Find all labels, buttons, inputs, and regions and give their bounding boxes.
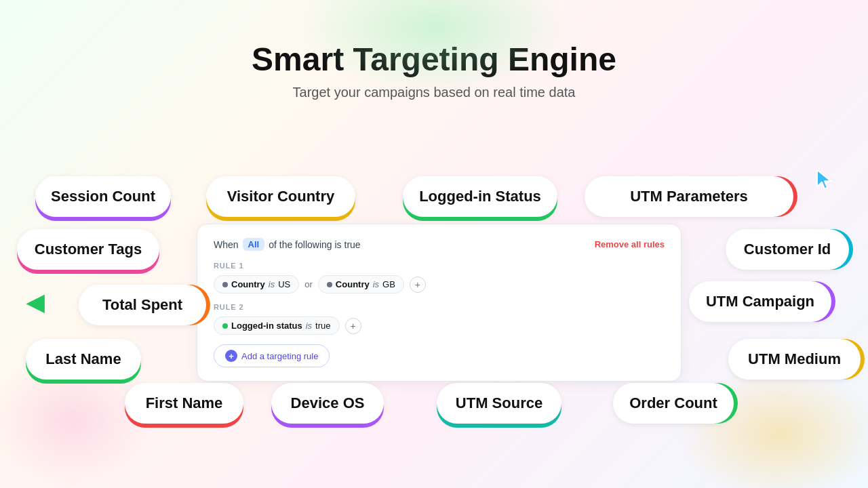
rule2-label: RULE 2 — [214, 303, 665, 311]
chip-utm-source[interactable]: UTM Source — [437, 383, 561, 424]
dot-icon — [222, 323, 228, 329]
condition-field: Country — [336, 279, 370, 289]
page-title: Smart Targeting Engine — [0, 41, 868, 78]
add-targeting-rule-button[interactable]: + Add a targeting rule — [214, 344, 330, 367]
chip-utm-medium[interactable]: UTM Medium — [728, 339, 861, 380]
of-the-following-label: of the following is true — [269, 239, 360, 250]
chip-session-count[interactable]: Session Count — [35, 176, 171, 217]
condition-field: Country — [231, 279, 265, 289]
rules-when-clause: When All of the following is true — [214, 238, 361, 251]
rule2-row: Logged-in status is true + — [214, 317, 665, 335]
condition-operator: is — [373, 279, 379, 289]
chip-device-os[interactable]: Device OS — [271, 383, 384, 424]
rule1-row: Country is US or Country is GB + — [214, 275, 665, 293]
chip-total-spent[interactable]: Total Spent — [79, 285, 206, 325]
chip-order-count[interactable]: Order Count — [613, 383, 734, 424]
chip-first-name[interactable]: First Name — [125, 383, 243, 424]
chip-visitor-country[interactable]: Visitor Country — [206, 176, 355, 217]
condition-operator: is — [269, 279, 275, 289]
page-subtitle: Target your campaigns based on real time… — [0, 85, 868, 100]
add-condition-button[interactable]: + — [345, 318, 361, 334]
rule1-label: RULE 1 — [214, 262, 665, 270]
dot-icon — [222, 282, 228, 287]
condition-country-gb[interactable]: Country is GB — [318, 275, 404, 293]
condition-logged-in[interactable]: Logged-in status is true — [214, 317, 340, 335]
remove-all-rules-button[interactable]: Remove all rules — [595, 239, 665, 249]
chip-logged-in-status[interactable]: Logged-in Status — [403, 176, 557, 217]
plus-circle-icon: + — [225, 350, 237, 362]
chip-last-name[interactable]: Last Name — [26, 339, 141, 380]
cursor-icon — [815, 168, 834, 192]
add-rule-label: Add a targeting rule — [241, 351, 318, 361]
chip-utm-campaign[interactable]: UTM Campaign — [689, 281, 831, 322]
condition-value: GB — [382, 279, 395, 289]
rules-header: When All of the following is true Remove… — [214, 238, 665, 251]
arrow-icon: ▶ — [26, 291, 45, 320]
condition-country-us[interactable]: Country is US — [214, 275, 299, 293]
condition-operator: is — [306, 321, 312, 331]
chip-customer-id[interactable]: Customer Id — [726, 229, 849, 270]
dot-icon — [327, 282, 332, 287]
condition-value: US — [278, 279, 290, 289]
condition-value: true — [315, 321, 330, 331]
or-connector: or — [304, 279, 313, 289]
chip-utm-parameters[interactable]: UTM Parameters — [585, 176, 793, 217]
when-label: When — [214, 239, 239, 250]
condition-field: Logged-in status — [231, 321, 302, 331]
add-condition-button[interactable]: + — [410, 277, 426, 293]
all-badge[interactable]: All — [243, 238, 265, 251]
chip-customer-tags[interactable]: Customer Tags — [17, 229, 159, 270]
rules-panel: When All of the following is true Remove… — [197, 224, 682, 382]
